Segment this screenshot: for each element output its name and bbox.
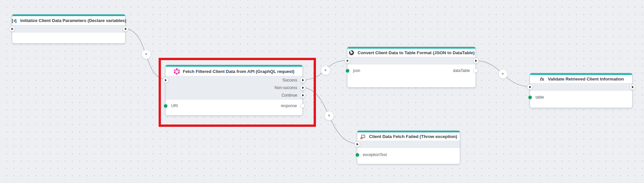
branch-label-continue: Continue xyxy=(282,93,297,98)
graphql-icon xyxy=(174,68,180,75)
flow-out-port[interactable] xyxy=(473,58,479,64)
output-param-label: response xyxy=(281,103,297,108)
wire-delete-button[interactable]: × xyxy=(324,111,334,121)
output-param-label: dataTable xyxy=(453,68,470,73)
node-initialize-client-data[interactable]: [ x ] + Initialize Client Data Parameter… xyxy=(12,14,125,43)
branch-out-port-success[interactable] xyxy=(300,77,306,83)
node-validate-client-info[interactable]: fx Validate Retrieved Client Information… xyxy=(530,73,632,108)
output-data-port[interactable] xyxy=(473,68,478,73)
svg-text:fx: fx xyxy=(539,77,544,81)
input-param-label: json xyxy=(353,68,360,73)
input-param-label: URI xyxy=(171,103,178,108)
branch-label-success: Success xyxy=(283,78,297,82)
branch-out-port-continue[interactable] xyxy=(300,92,306,98)
output-data-port[interactable] xyxy=(300,103,305,108)
node-title: Fetch Filtered Client Data from API (Gra… xyxy=(183,69,295,74)
node-fetch-client-data[interactable]: Fetch Filtered Client Data from API (Gra… xyxy=(166,65,302,115)
node-title: Validate Retrieved Client Information xyxy=(548,77,624,81)
input-param-dot[interactable] xyxy=(164,104,167,108)
declare-variables-icon: [ x ] + xyxy=(11,17,17,24)
node-convert-to-table[interactable]: Convert Client Data to Table Format (JSO… xyxy=(347,47,476,87)
flow-in-port[interactable] xyxy=(527,84,533,90)
input-param-label: exceptionText xyxy=(363,152,387,157)
wire-delete-button[interactable]: × xyxy=(142,50,151,59)
node-title: Initialize Client Data Parameters (Decla… xyxy=(20,18,126,23)
svg-text:+: + xyxy=(15,21,17,24)
flow-out-port[interactable] xyxy=(630,84,635,90)
node-title: Convert Client Data to Table Format (JSO… xyxy=(358,50,475,55)
node-title: Client Data Fetch Failed (Throw exceptio… xyxy=(369,134,457,139)
input-param-label: table xyxy=(536,95,544,100)
flow-out-port[interactable] xyxy=(123,26,128,32)
flow-in-port[interactable] xyxy=(9,26,15,32)
flow-in-port[interactable] xyxy=(354,141,360,147)
branch-out-port-non-success[interactable] xyxy=(300,85,306,91)
input-param-dot[interactable] xyxy=(346,69,349,73)
wire-delete-button[interactable]: × xyxy=(498,69,508,79)
flow-in-port[interactable] xyxy=(344,58,350,64)
node-throw-exception[interactable]: Client Data Fetch Failed (Throw exceptio… xyxy=(357,131,460,164)
branch-label-non-success: Non-success xyxy=(275,85,297,90)
input-param-dot[interactable] xyxy=(528,96,532,99)
wire-delete-button[interactable]: × xyxy=(321,66,330,75)
throw-exception-icon xyxy=(360,133,366,140)
json-icon xyxy=(348,50,355,56)
input-param-dot[interactable] xyxy=(356,153,359,157)
flow-canvas[interactable]: [ x ] + Initialize Client Data Parameter… xyxy=(0,0,644,183)
fx-icon: fx xyxy=(538,76,545,82)
